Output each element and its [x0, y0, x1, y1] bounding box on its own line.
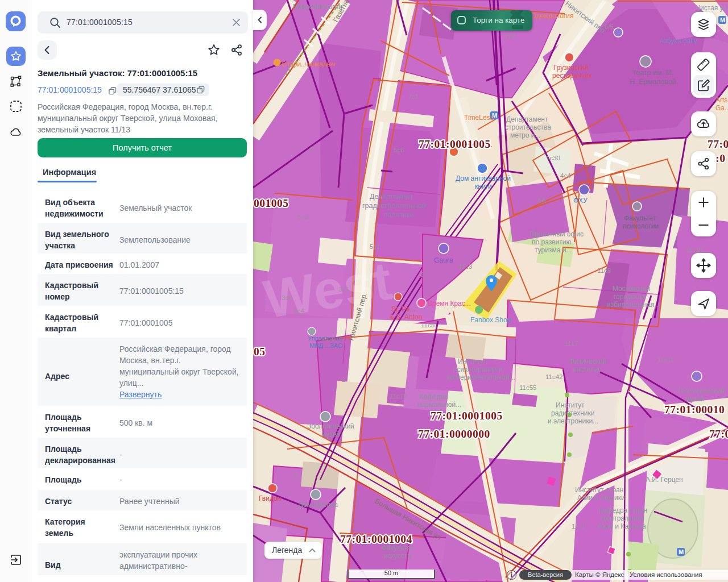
svg-text:Дом Орлова: Дом Орлова — [299, 501, 338, 509]
svg-text:Азии и Африки: Азии и Африки — [577, 494, 625, 502]
svg-text:ФХУ: ФХУ — [573, 197, 588, 205]
svg-text:экспериментальной...: экспериментальной... — [446, 373, 515, 381]
svg-text:& S:.Anton: & S:.Anton — [390, 313, 422, 321]
svg-text:2: 2 — [420, 271, 424, 278]
svg-text:психологии: психологии — [623, 222, 659, 230]
svg-text:городская: городская — [614, 293, 646, 301]
svg-text:77:0: 77:0 — [708, 138, 728, 150]
svg-text:Микробиологии: Микробиологии — [293, 3, 342, 11]
svg-text:радиотехники: радиотехники — [551, 409, 595, 417]
svg-text:Геологический: Геологический — [679, 387, 725, 395]
svg-text:Институт: Институт — [458, 357, 487, 365]
svg-text:строительства: строительства — [505, 123, 551, 131]
svg-text:психотерапии и: психотерапии и — [453, 365, 503, 373]
svg-text:11c11: 11c11 — [657, 356, 675, 363]
svg-text:туризма и...: туризма и... — [535, 246, 572, 254]
svg-text:Факультет: Факультет — [382, 544, 414, 552]
svg-text:Театр им. М.: Театр им. М. — [632, 69, 673, 77]
svg-text:11c42: 11c42 — [545, 373, 562, 380]
svg-text:Gaura: Gaura — [434, 256, 453, 264]
svg-text:3c4: 3c4 — [293, 307, 304, 314]
svg-text:M: M — [720, 16, 725, 23]
svg-text:Гвидон: Гвидон — [259, 494, 281, 502]
svg-text:градостроительной: градостроительной — [362, 202, 426, 210]
svg-text:77:01:0000000: 77:01:0000000 — [418, 428, 490, 440]
svg-text:Чистая ул.: Чистая ул. — [696, 4, 728, 12]
svg-text:77:0: 77:0 — [709, 428, 728, 440]
svg-text:Н. Ермоловой: Н. Ермоловой — [630, 78, 676, 86]
svg-text:по развитию: по развитию — [532, 238, 572, 246]
svg-text:музей: музей — [685, 395, 704, 403]
svg-text:St. Pe...: St. Pe... — [391, 305, 416, 313]
svg-text:ресторанчик: ресторанчик — [552, 72, 592, 80]
svg-text:МВД ...ЗАО: МВД ...ЗАО — [309, 342, 343, 349]
svg-text:искусств: искусств — [384, 552, 411, 560]
svg-text:M: M — [679, 548, 684, 555]
svg-text:избирательная...: избирательная... — [607, 301, 660, 309]
svg-text:05: 05 — [254, 346, 266, 357]
svg-text:Факультет: Факультет — [624, 214, 656, 222]
svg-text:музей: музей — [321, 430, 340, 438]
svg-text:11c7: 11c7 — [565, 340, 578, 347]
svg-text:2: 2 — [342, 376, 345, 383]
svg-text:5c6: 5c6 — [394, 147, 404, 153]
svg-text:Проектный офис: Проектный офис — [530, 230, 584, 238]
svg-text:5A: 5A — [538, 197, 546, 203]
svg-text:Департамент: Департамент — [506, 115, 548, 123]
svg-text:77:01:0001005: 77:01:0001005 — [419, 138, 491, 150]
svg-text:4c4: 4c4 — [560, 172, 571, 179]
svg-text:нормальной...: нормальной... — [417, 401, 461, 409]
svg-text:11c55: 11c55 — [519, 384, 536, 391]
svg-text:Грузинский: Грузинский — [553, 64, 589, 72]
svg-text:5c1: 5c1 — [370, 243, 380, 250]
svg-text:Московская: Московская — [613, 285, 650, 293]
svg-text:метро и...: метро и... — [510, 131, 540, 139]
svg-text:11c12: 11c12 — [390, 393, 407, 400]
svg-text:Стари..чинкалыч: Стари..чинкалыч — [282, 60, 335, 68]
svg-text:3c1: 3c1 — [338, 286, 349, 293]
svg-text:Ga...: Ga... — [715, 104, 728, 112]
svg-text:001005: 001005 — [254, 197, 289, 209]
svg-text:1c30: 1c30 — [546, 155, 560, 161]
svg-text:6: 6 — [310, 146, 313, 152]
svg-text:77:01:00010: 77:01:00010 — [664, 404, 725, 415]
svg-text:11c3: 11c3 — [458, 263, 472, 270]
svg-text:TimeLess: TimeLess — [464, 114, 494, 122]
svg-text:А.И. Герцен: А.И. Герцен — [646, 476, 683, 484]
svg-text:11c8: 11c8 — [597, 267, 611, 274]
svg-text:Азбука daily: Азбука daily — [660, 37, 697, 45]
svg-text:77:01:0001005: 77:01:0001005 — [431, 410, 503, 422]
svg-text:5c3: 5c3 — [297, 214, 308, 221]
svg-text:77:01:0001004: 77:01:0001004 — [340, 533, 412, 545]
svg-text:Кафедра стран: Кафедра стран — [599, 506, 647, 514]
svg-text:институт: институт — [573, 365, 601, 373]
svg-text:11c5: 11c5 — [421, 322, 435, 329]
svg-text:Институт: Институт — [556, 401, 585, 409]
svg-text:Департамент: Департамент — [370, 193, 413, 201]
svg-text:Время Крас...: Время Крас... — [428, 300, 471, 307]
svg-text:Институт стран: Институт стран — [575, 486, 623, 494]
svg-text:Управление: Управление — [308, 335, 342, 342]
svg-text:и электроники...: и электроники... — [548, 417, 598, 425]
svg-text:11c1: 11c1 — [572, 523, 585, 530]
svg-text:Центральной: Центральной — [601, 514, 643, 522]
svg-text:7c2: 7c2 — [505, 33, 516, 40]
svg-text:Дом антикварной: Дом антикварной — [456, 174, 511, 182]
svg-text:Азии и Кавказа: Азии и Кавказа — [598, 522, 646, 530]
svg-text:5: 5 — [294, 472, 297, 479]
svg-text:Кафедра: Кафедра — [419, 393, 448, 401]
svg-text:Зоологический: Зоологический — [307, 422, 354, 430]
svg-text:3c5: 3c5 — [282, 294, 292, 301]
svg-text:книги: книги — [475, 182, 492, 190]
svg-text:Fanbox Shop: Fanbox Shop — [470, 316, 511, 324]
svg-text:Физический: Физический — [569, 357, 607, 365]
svg-text:7c1: 7c1 — [408, 93, 419, 100]
svg-text:политики: политики — [384, 211, 414, 219]
svg-text:Arts: Arts — [715, 96, 727, 104]
svg-text:Одеждология: Одеждология — [531, 12, 573, 20]
